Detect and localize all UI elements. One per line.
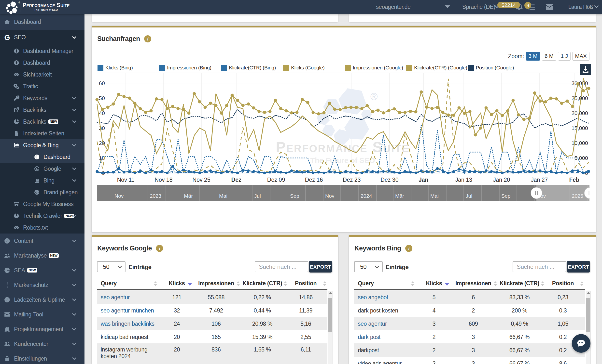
svg-text:50: 50: [99, 95, 105, 101]
svg-text:Jul: Jul: [466, 193, 472, 199]
svg-text:Sep: Sep: [501, 193, 510, 199]
svg-text:Jan: Jan: [419, 177, 428, 183]
svg-text:Mai: Mai: [219, 193, 227, 199]
svg-text:Sep: Sep: [290, 193, 299, 199]
svg-text:40: 40: [99, 110, 105, 116]
svg-text:15,000: 15,000: [572, 125, 588, 131]
svg-text:20,000: 20,000: [572, 110, 588, 116]
svg-text:Dez 16: Dez 16: [305, 177, 323, 183]
svg-text:Mai: Mai: [430, 193, 439, 199]
svg-text:Nov 18: Nov 18: [155, 177, 173, 183]
svg-text:60: 60: [99, 80, 105, 86]
svg-text:20: 20: [99, 140, 105, 146]
svg-text:Jan 20: Jan 20: [493, 177, 510, 183]
svg-text:Nov: Nov: [325, 193, 335, 199]
svg-text:®: ®: [370, 91, 378, 102]
svg-text:2024: 2024: [361, 193, 372, 199]
svg-text:Jan 27: Jan 27: [531, 177, 548, 183]
svg-text:Mär: Mär: [184, 193, 193, 199]
svg-text:Dez 23: Dez 23: [343, 177, 361, 183]
svg-text:Nov 25: Nov 25: [193, 177, 210, 183]
svg-text:2025: 2025: [572, 193, 583, 199]
svg-text:Feb: Feb: [569, 177, 579, 183]
svg-text:The Future of SEO: The Future of SEO: [310, 156, 375, 164]
svg-text:Nov: Nov: [114, 193, 124, 199]
svg-text:Jan 13: Jan 13: [455, 177, 472, 183]
svg-text:Dez 09: Dez 09: [267, 177, 285, 183]
svg-text:Dez 30: Dez 30: [381, 177, 399, 183]
svg-text:Jul: Jul: [254, 193, 261, 199]
svg-text:Nov 11: Nov 11: [117, 177, 134, 183]
svg-text:Dez: Dez: [231, 177, 241, 183]
svg-text:Mär: Mär: [395, 193, 404, 199]
svg-text:2023: 2023: [150, 193, 161, 199]
